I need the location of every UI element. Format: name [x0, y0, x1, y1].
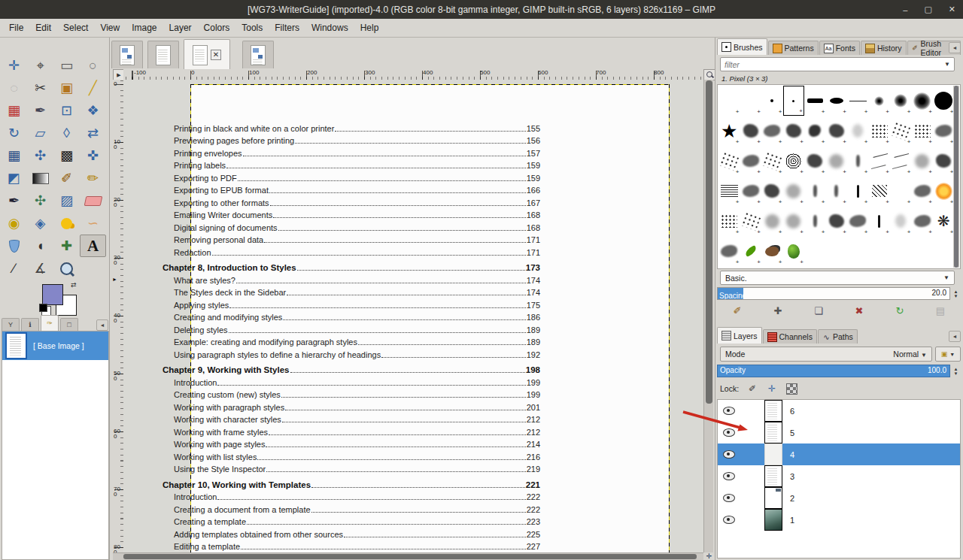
brush-thumbnail[interactable]: [933, 176, 955, 206]
brush-thumbnail[interactable]: [847, 116, 869, 146]
tool-button[interactable]: [80, 189, 106, 212]
horizontal-scrollbar[interactable]: [113, 552, 703, 560]
tool-button[interactable]: ╱: [80, 77, 106, 99]
brush-thumbnail[interactable]: [933, 146, 955, 176]
layer-mode-switch-button[interactable]: ▣ ▼: [935, 347, 961, 362]
brush-thumbnail[interactable]: [740, 236, 762, 266]
layer-visibility-toggle[interactable]: [718, 407, 740, 415]
vertical-scrollbar-thumb[interactable]: [706, 80, 712, 404]
menu-item[interactable]: Layer: [163, 20, 198, 35]
image-tab[interactable]: [111, 41, 143, 68]
menu-item[interactable]: Help: [354, 20, 385, 35]
layer-row[interactable]: 6: [718, 400, 960, 422]
dock-tab-patterns[interactable]: □: [60, 318, 78, 331]
tool-button[interactable]: ❖: [80, 99, 106, 122]
close-button[interactable]: ✕: [949, 5, 955, 14]
tool-button[interactable]: ▦: [1, 99, 27, 122]
menu-item[interactable]: Tools: [235, 20, 269, 35]
brush-thumbnail[interactable]: [740, 176, 762, 206]
layer-mode-select[interactable]: Mode Normal ▼: [720, 347, 932, 362]
brush-thumbnail[interactable]: [933, 116, 955, 146]
brush-thumbnail[interactable]: [912, 206, 934, 236]
layer-row[interactable]: 4: [718, 443, 960, 465]
layer-visibility-toggle[interactable]: [718, 516, 740, 524]
brush-thumbnail[interactable]: [804, 116, 826, 146]
menu-item[interactable]: Windows: [305, 20, 354, 35]
close-tab-icon[interactable]: ✕: [211, 50, 221, 60]
menu-item[interactable]: Filters: [269, 20, 305, 35]
image-tab[interactable]: [147, 41, 179, 68]
tool-button[interactable]: ✒: [1, 189, 27, 212]
brush-grid-scrollbar-thumb[interactable]: [954, 86, 958, 268]
dock-tab[interactable]: Layers: [717, 327, 762, 344]
brush-thumbnail[interactable]: [718, 176, 740, 206]
brush-thumbnail[interactable]: [740, 116, 762, 146]
brush-thumbnail[interactable]: [761, 86, 783, 116]
tool-button[interactable]: [53, 257, 80, 280]
dock-tab[interactable]: History: [861, 41, 907, 55]
brush-thumbnail[interactable]: [912, 146, 934, 176]
menu-item[interactable]: Edit: [29, 20, 57, 35]
tool-button[interactable]: ∡: [27, 257, 53, 280]
brush-thumbnail[interactable]: [826, 116, 848, 146]
tool-button[interactable]: ○: [80, 54, 106, 77]
brush-thumbnail[interactable]: [761, 206, 783, 236]
brush-thumbnail[interactable]: [869, 116, 891, 146]
brush-thumbnail[interactable]: [718, 116, 740, 146]
tool-button[interactable]: [27, 167, 53, 189]
brush-thumbnail[interactable]: [890, 86, 912, 116]
tool-button[interactable]: A: [80, 235, 106, 257]
brush-thumbnail[interactable]: [761, 176, 783, 206]
lock-position-icon[interactable]: ✛: [766, 383, 778, 395]
foreground-color-swatch[interactable]: [42, 284, 63, 305]
brush-thumbnail[interactable]: [869, 206, 891, 236]
brush-thumbnail[interactable]: [718, 236, 740, 266]
brush-thumbnail[interactable]: [869, 176, 891, 206]
tool-button[interactable]: [53, 212, 80, 235]
brush-thumbnail[interactable]: [783, 146, 805, 176]
opacity-slider[interactable]: Opacity 100.0: [717, 365, 950, 377]
dock-tab[interactable]: ∿ Paths: [818, 329, 858, 344]
brush-thumbnail[interactable]: [912, 176, 934, 206]
brush-thumbnail[interactable]: [740, 86, 762, 116]
image-list-item[interactable]: [ Base Image ]: [2, 331, 108, 360]
brush-group-select[interactable]: Basic. ▼: [720, 271, 955, 285]
tool-button[interactable]: ⇄: [80, 122, 106, 144]
menu-item[interactable]: View: [94, 20, 126, 35]
lock-pixels-icon[interactable]: ✐: [746, 383, 758, 395]
tool-button[interactable]: ∽: [80, 212, 106, 235]
tool-button[interactable]: ↻: [1, 122, 27, 144]
menu-item[interactable]: Image: [126, 20, 163, 35]
brush-thumbnail[interactable]: [826, 206, 848, 236]
tool-button[interactable]: ▭: [53, 54, 80, 77]
tool-button[interactable]: ✒: [27, 99, 53, 122]
brush-thumbnail[interactable]: [783, 236, 805, 266]
brush-thumbnail[interactable]: [890, 206, 912, 236]
brush-thumbnail[interactable]: [804, 176, 826, 206]
brush-thumbnail[interactable]: [890, 116, 912, 146]
tool-button[interactable]: [1, 235, 27, 257]
dock-collapse-button[interactable]: ◄: [949, 42, 961, 53]
brush-thumbnail[interactable]: [783, 176, 805, 206]
brush-thumbnail[interactable]: [869, 86, 891, 116]
spacing-slider[interactable]: Spacing 20.0: [717, 287, 950, 300]
layer-visibility-toggle[interactable]: [718, 450, 740, 459]
chevron-down-icon[interactable]: ▼: [944, 61, 954, 68]
dock-tab-pointer[interactable]: ℹ: [21, 318, 39, 331]
layer-row[interactable]: 3: [718, 465, 960, 487]
spin-down-icon[interactable]: ▼: [954, 371, 958, 376]
dock-tab[interactable]: Brushes: [717, 38, 767, 55]
horizontal-ruler[interactable]: -1000100200300400500600700800: [123, 69, 703, 80]
dock-tab[interactable]: Channels: [763, 329, 817, 344]
layer-visibility-toggle[interactable]: [718, 472, 740, 480]
tool-button[interactable]: ▨: [53, 189, 80, 212]
tool-button[interactable]: ✚: [53, 235, 80, 257]
horizontal-scrollbar-thumb[interactable]: [123, 554, 697, 559]
brush-thumbnail[interactable]: [804, 146, 826, 176]
dock-collapse-button[interactable]: ◄: [96, 319, 108, 331]
tool-button[interactable]: ✏: [80, 167, 106, 189]
brush-action-button[interactable]: ▤: [931, 303, 949, 318]
brush-thumbnail[interactable]: [804, 206, 826, 236]
tool-button[interactable]: ∕: [1, 257, 27, 280]
tool-button[interactable]: ▣: [53, 77, 80, 99]
